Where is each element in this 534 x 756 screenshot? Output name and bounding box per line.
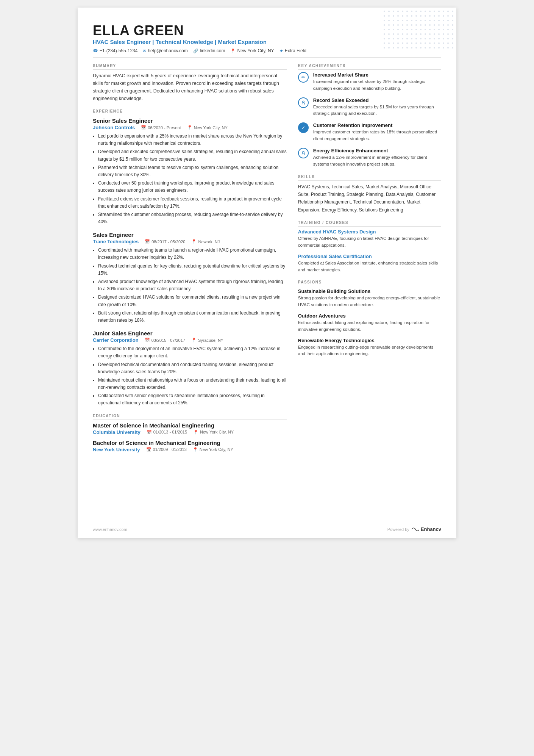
passions-label: PASSIONS [298,280,441,286]
left-column: SUMMARY Dynamic HVAC expert with 5 years… [93,64,287,459]
edu-2-location: 📍 New York City, NY [193,447,233,452]
job-2-dates: 📅 08/2017 - 05/2020 [145,239,185,244]
svg-point-27 [434,15,435,17]
svg-point-13 [443,11,444,12]
summary-text: Dynamic HVAC expert with 5 years of expe… [93,72,287,102]
svg-point-12 [438,11,440,12]
contact-bar: ☎ +1-(234)-555-1234 ✉ help@enhancv.com 🔗… [93,48,441,58]
svg-point-18 [393,15,394,17]
svg-point-24 [420,15,422,17]
achievement-2-desc: Exceeded annual sales targets by $1.5M f… [313,104,441,117]
achievements-section: KEY ACHIEVEMENTS ✏ Increased Market Shar… [298,64,441,168]
location-icon-edu1: 📍 [193,430,198,435]
svg-point-145 [302,151,304,153]
svg-point-11 [434,11,435,12]
training-2-desc: Completed at Sales Association Institute… [298,260,441,274]
svg-point-17 [388,15,390,17]
svg-point-33 [388,20,390,21]
svg-point-79 [452,29,453,30]
contact-extra: ★ Extra Field [279,48,306,53]
svg-point-7 [415,11,417,12]
powered-by-text: Powered by [387,527,409,532]
edu-2-meta: New York University 📅 01/2009 - 01/2013 … [93,447,287,452]
edu-1-degree: Master of Science in Mechanical Engineer… [93,422,287,429]
svg-point-14 [447,11,449,12]
svg-point-35 [397,20,399,21]
svg-point-39 [415,20,417,21]
edu-1-location: 📍 New York City, NY [193,430,234,435]
achievement-4-icon [298,148,309,158]
location-icon-edu2: 📍 [193,447,198,452]
svg-point-4 [402,11,403,12]
achievement-2-icon [298,97,309,108]
job-1-bullet-4: Conducted over 50 product training works… [98,180,287,194]
svg-point-28 [438,15,440,17]
svg-point-111 [452,38,453,39]
passion-1: Sustainable Building Solutions Strong pa… [298,288,441,308]
achievement-4: Energy Efficiency Enhancement Achieved a… [298,148,441,168]
right-column: KEY ACHIEVEMENTS ✏ Increased Market Shar… [298,64,441,459]
page-footer: www.enhancv.com Powered by Enhancv [93,526,441,532]
job-2-meta: Trane Technologies 📅 08/2017 - 05/2020 📍… [93,239,287,244]
job-3-location: 📍 Syracuse, NY [191,338,223,343]
edu-2-dates: 📅 01/2009 - 01/2013 [146,447,187,452]
edu-2-degree: Bachelor of Science in Mechanical Engine… [93,440,287,446]
calendar-icon-1: 📅 [141,125,146,130]
svg-point-36 [402,20,403,21]
svg-point-20 [402,15,403,17]
svg-point-3 [397,11,399,12]
svg-point-19 [397,15,399,17]
location-icon-3: 📍 [191,338,197,343]
edu-1-meta: Columbia University 📅 01/2013 - 01/2015 … [93,429,287,435]
svg-point-9 [425,11,426,12]
summary-label: SUMMARY [93,64,287,70]
achievement-3-title: Customer Retention Improvement [313,122,441,128]
job-1-dates: 📅 06/2020 - Present [141,125,181,130]
achievement-4-title: Energy Efficiency Enhancement [313,148,441,153]
svg-point-16 [384,15,385,17]
achievement-1-content: Increased Market Share Increased regiona… [313,72,441,92]
education-label: EDUCATION [93,414,287,420]
job-3-bullet-4: Collaborated with senior engineers to st… [98,392,287,407]
svg-point-78 [447,29,449,30]
location-icon: 📍 [230,49,236,53]
svg-point-2 [393,11,394,12]
job-3-dates: 📅 03/2015 - 07/2017 [145,338,185,343]
edu-1-school: Columbia University [93,429,141,435]
svg-point-15 [452,11,453,12]
svg-point-93 [443,33,444,35]
achievement-1-title: Increased Market Share [313,72,441,78]
passions-section: PASSIONS Sustainable Building Solutions … [298,280,441,357]
contact-location: 📍 New York City, NY [230,48,274,53]
skills-section: SKILLS HVAC Systems, Technical Sales, Ma… [298,175,441,214]
passion-2-desc: Enthusiastic about hiking and exploring … [298,319,441,333]
phone-icon: ☎ [93,49,98,53]
extra-text: Extra Field [285,48,306,53]
calendar-icon-edu1: 📅 [147,430,152,435]
achievement-3: ✓ Customer Retention Improvement Improve… [298,122,441,142]
training-2: Professional Sales Certification Complet… [298,254,441,274]
achievement-2: Record Sales Exceeded Exceeded annual sa… [298,97,441,117]
achievement-1: ✏ Increased Market Share Increased regio… [298,72,441,92]
job-1-location: 📍 New York City, NY [187,125,228,130]
job-1-bullet-6: Streamlined the customer onboarding proc… [98,211,287,225]
footer-website: www.enhancv.com [93,527,127,532]
achievements-label: KEY ACHIEVEMENTS [298,64,441,70]
education-section: EDUCATION Master of Science in Mechanica… [93,414,287,452]
svg-point-125 [443,42,444,44]
passion-3-desc: Engaged in researching cutting-edge rene… [298,344,441,358]
svg-point-23 [415,15,417,17]
job-1-bullet-3: Partnered with technical teams to resolv… [98,164,287,178]
summary-section: SUMMARY Dynamic HVAC expert with 5 years… [93,64,287,102]
job-1-company: Johnson Controls [93,125,135,130]
candidate-title: HVAC Sales Engineer | Technical Knowledg… [93,39,441,45]
svg-point-5 [406,11,408,12]
calendar-icon-3: 📅 [145,338,150,343]
job-2-bullet-5: Built strong client relationships throug… [98,310,287,324]
svg-point-1 [388,11,390,12]
location-icon-1: 📍 [187,125,192,130]
contact-linkedin: 🔗 linkedin.com [193,48,225,53]
achievement-1-desc: Increased regional market share by 25% t… [313,78,441,92]
resume-header: ELLA GREEN HVAC Sales Engineer | Technic… [93,23,441,58]
svg-point-26 [429,15,431,17]
